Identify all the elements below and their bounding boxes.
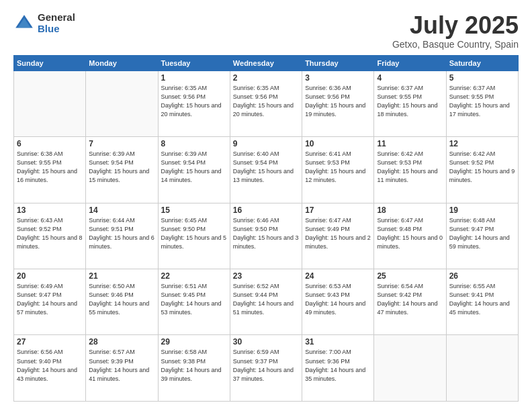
calendar-cell: 21Sunrise: 6:50 AM Sunset: 9:46 PM Dayli…	[86, 269, 158, 335]
logo-blue: Blue	[38, 24, 75, 35]
calendar-cell: 22Sunrise: 6:51 AM Sunset: 9:45 PM Dayli…	[158, 269, 230, 335]
day-info: Sunrise: 6:41 AM Sunset: 9:53 PM Dayligh…	[305, 150, 371, 185]
calendar-week-5: 27Sunrise: 6:56 AM Sunset: 9:40 PM Dayli…	[14, 335, 519, 402]
col-friday: Friday	[374, 55, 446, 71]
day-number: 15	[161, 205, 227, 215]
calendar-table: Sunday Monday Tuesday Wednesday Thursday…	[13, 55, 519, 402]
day-number: 19	[449, 205, 515, 215]
calendar-cell: 6Sunrise: 6:38 AM Sunset: 9:55 PM Daylig…	[14, 137, 86, 203]
calendar-cell: 31Sunrise: 7:00 AM Sunset: 9:36 PM Dayli…	[302, 335, 374, 402]
col-thursday: Thursday	[302, 55, 374, 71]
day-info: Sunrise: 6:54 AM Sunset: 9:42 PM Dayligh…	[377, 282, 443, 317]
day-number: 11	[377, 139, 443, 148]
day-info: Sunrise: 6:40 AM Sunset: 9:54 PM Dayligh…	[233, 150, 299, 185]
calendar-cell: 2Sunrise: 6:35 AM Sunset: 9:56 PM Daylig…	[230, 71, 302, 136]
logo-text: General Blue	[38, 12, 75, 34]
day-info: Sunrise: 6:42 AM Sunset: 9:52 PM Dayligh…	[449, 150, 515, 185]
day-number: 30	[233, 337, 299, 347]
subtitle: Getxo, Basque Country, Spain	[392, 39, 519, 50]
logo: General Blue	[13, 12, 75, 34]
calendar-cell: 26Sunrise: 6:55 AM Sunset: 9:41 PM Dayli…	[446, 269, 518, 335]
day-info: Sunrise: 6:35 AM Sunset: 9:56 PM Dayligh…	[233, 84, 299, 119]
day-info: Sunrise: 6:48 AM Sunset: 9:47 PM Dayligh…	[449, 216, 515, 251]
calendar-cell	[14, 71, 86, 136]
day-info: Sunrise: 7:00 AM Sunset: 9:36 PM Dayligh…	[305, 348, 371, 383]
day-number: 29	[161, 337, 227, 347]
day-info: Sunrise: 6:39 AM Sunset: 9:54 PM Dayligh…	[89, 150, 154, 185]
calendar-week-1: 1Sunrise: 6:35 AM Sunset: 9:56 PM Daylig…	[14, 71, 519, 136]
calendar-cell: 1Sunrise: 6:35 AM Sunset: 9:56 PM Daylig…	[158, 71, 230, 136]
calendar-cell: 3Sunrise: 6:36 AM Sunset: 9:56 PM Daylig…	[302, 71, 374, 136]
col-tuesday: Tuesday	[158, 55, 230, 71]
day-info: Sunrise: 6:43 AM Sunset: 9:52 PM Dayligh…	[17, 216, 83, 251]
main-title: July 2025	[392, 12, 519, 39]
day-number: 10	[305, 139, 371, 148]
calendar-cell: 23Sunrise: 6:52 AM Sunset: 9:44 PM Dayli…	[230, 269, 302, 335]
day-number: 27	[17, 337, 83, 347]
col-monday: Monday	[86, 55, 158, 71]
calendar-cell: 14Sunrise: 6:44 AM Sunset: 9:51 PM Dayli…	[86, 203, 158, 269]
day-info: Sunrise: 6:47 AM Sunset: 9:49 PM Dayligh…	[305, 216, 371, 251]
page: General Blue July 2025 Getxo, Basque Cou…	[0, 0, 532, 411]
calendar-body: 1Sunrise: 6:35 AM Sunset: 9:56 PM Daylig…	[14, 71, 519, 401]
calendar-cell: 13Sunrise: 6:43 AM Sunset: 9:52 PM Dayli…	[14, 203, 86, 269]
calendar-cell: 11Sunrise: 6:42 AM Sunset: 9:53 PM Dayli…	[374, 137, 446, 203]
day-info: Sunrise: 6:52 AM Sunset: 9:44 PM Dayligh…	[233, 282, 299, 317]
day-number: 4	[377, 73, 443, 83]
calendar-cell: 24Sunrise: 6:53 AM Sunset: 9:43 PM Dayli…	[302, 269, 374, 335]
calendar-cell: 29Sunrise: 6:58 AM Sunset: 9:38 PM Dayli…	[158, 335, 230, 402]
calendar-cell: 16Sunrise: 6:46 AM Sunset: 9:50 PM Dayli…	[230, 203, 302, 269]
calendar-cell: 18Sunrise: 6:47 AM Sunset: 9:48 PM Dayli…	[374, 203, 446, 269]
day-info: Sunrise: 6:59 AM Sunset: 9:37 PM Dayligh…	[233, 348, 299, 383]
day-number: 2	[233, 73, 299, 83]
day-number: 25	[377, 271, 443, 281]
day-number: 26	[449, 271, 515, 281]
day-info: Sunrise: 6:57 AM Sunset: 9:39 PM Dayligh…	[89, 348, 154, 383]
calendar-week-2: 6Sunrise: 6:38 AM Sunset: 9:55 PM Daylig…	[14, 137, 519, 203]
day-info: Sunrise: 6:55 AM Sunset: 9:41 PM Dayligh…	[449, 282, 515, 317]
day-number: 16	[233, 205, 299, 215]
weekday-row: Sunday Monday Tuesday Wednesday Thursday…	[14, 55, 519, 71]
calendar-cell: 7Sunrise: 6:39 AM Sunset: 9:54 PM Daylig…	[86, 137, 158, 203]
col-wednesday: Wednesday	[230, 55, 302, 71]
day-number: 24	[305, 271, 371, 281]
calendar-cell: 20Sunrise: 6:49 AM Sunset: 9:47 PM Dayli…	[14, 269, 86, 335]
day-info: Sunrise: 6:39 AM Sunset: 9:54 PM Dayligh…	[161, 150, 227, 185]
calendar-cell: 28Sunrise: 6:57 AM Sunset: 9:39 PM Dayli…	[86, 335, 158, 402]
col-saturday: Saturday	[446, 55, 518, 71]
day-number: 23	[233, 271, 299, 281]
day-info: Sunrise: 6:42 AM Sunset: 9:53 PM Dayligh…	[377, 150, 443, 185]
calendar-cell: 25Sunrise: 6:54 AM Sunset: 9:42 PM Dayli…	[374, 269, 446, 335]
day-info: Sunrise: 6:35 AM Sunset: 9:56 PM Dayligh…	[161, 84, 227, 119]
day-info: Sunrise: 6:50 AM Sunset: 9:46 PM Dayligh…	[89, 282, 154, 317]
day-info: Sunrise: 6:44 AM Sunset: 9:51 PM Dayligh…	[89, 216, 154, 251]
day-number: 7	[89, 139, 154, 148]
day-info: Sunrise: 6:47 AM Sunset: 9:48 PM Dayligh…	[377, 216, 443, 251]
calendar-cell: 4Sunrise: 6:37 AM Sunset: 9:55 PM Daylig…	[374, 71, 446, 136]
calendar-cell: 27Sunrise: 6:56 AM Sunset: 9:40 PM Dayli…	[14, 335, 86, 402]
day-number: 6	[17, 139, 83, 148]
title-block: July 2025 Getxo, Basque Country, Spain	[392, 12, 519, 50]
day-number: 1	[161, 73, 227, 83]
calendar-cell: 15Sunrise: 6:45 AM Sunset: 9:50 PM Dayli…	[158, 203, 230, 269]
day-info: Sunrise: 6:38 AM Sunset: 9:55 PM Dayligh…	[17, 150, 83, 185]
day-number: 5	[449, 73, 515, 83]
day-number: 20	[17, 271, 83, 281]
calendar-week-4: 20Sunrise: 6:49 AM Sunset: 9:47 PM Dayli…	[14, 269, 519, 335]
calendar-header: Sunday Monday Tuesday Wednesday Thursday…	[14, 55, 519, 71]
day-info: Sunrise: 6:51 AM Sunset: 9:45 PM Dayligh…	[161, 282, 227, 317]
day-info: Sunrise: 6:45 AM Sunset: 9:50 PM Dayligh…	[161, 216, 227, 251]
day-number: 21	[89, 271, 154, 281]
calendar-cell	[446, 335, 518, 402]
day-number: 8	[161, 139, 227, 148]
col-sunday: Sunday	[14, 55, 86, 71]
day-number: 22	[161, 271, 227, 281]
calendar-cell: 30Sunrise: 6:59 AM Sunset: 9:37 PM Dayli…	[230, 335, 302, 402]
day-info: Sunrise: 6:58 AM Sunset: 9:38 PM Dayligh…	[161, 348, 227, 383]
logo-icon	[13, 13, 35, 34]
day-number: 14	[89, 205, 154, 215]
calendar-cell: 8Sunrise: 6:39 AM Sunset: 9:54 PM Daylig…	[158, 137, 230, 203]
calendar-cell: 5Sunrise: 6:37 AM Sunset: 9:55 PM Daylig…	[446, 71, 518, 136]
day-number: 31	[305, 337, 371, 347]
day-number: 3	[305, 73, 371, 83]
